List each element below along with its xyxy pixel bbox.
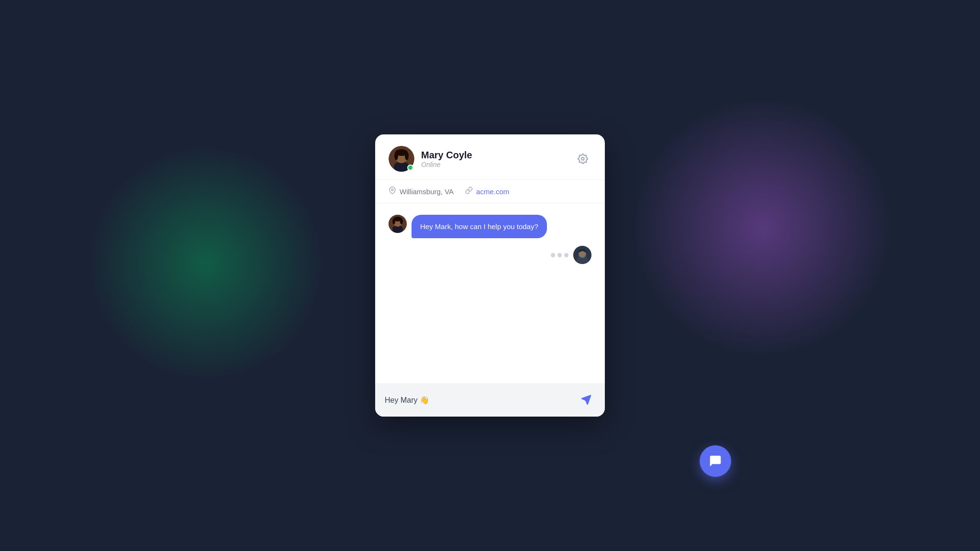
typing-dot-1	[551, 253, 555, 257]
message-bubble: Hey Mark, how can I help you today?	[412, 215, 547, 238]
chat-icon	[708, 454, 723, 468]
typing-dot-3	[564, 253, 568, 257]
header-left: Mary Coyle Online	[389, 146, 472, 172]
online-indicator	[407, 165, 413, 171]
typing-indicator-row	[389, 246, 591, 264]
svg-point-4	[394, 152, 398, 160]
send-icon	[581, 395, 591, 405]
input-area	[375, 383, 605, 417]
typing-dot-2	[557, 253, 562, 257]
typing-dots	[551, 253, 568, 257]
sender-avatar-mark	[573, 246, 591, 264]
link-icon	[465, 187, 473, 196]
svg-point-13	[400, 219, 403, 224]
chat-header: Mary Coyle Online	[375, 134, 605, 180]
website-link[interactable]: acme.com	[476, 187, 509, 196]
settings-button[interactable]	[574, 150, 591, 167]
user-name: Mary Coyle	[421, 150, 472, 161]
meta-row: Williamsburg, VA acme.com	[375, 180, 605, 203]
svg-point-6	[581, 157, 584, 160]
website-item: acme.com	[465, 187, 509, 196]
svg-point-12	[392, 219, 395, 224]
svg-point-17	[579, 251, 585, 257]
background-glow-green	[86, 143, 325, 383]
gear-icon	[578, 154, 588, 164]
location-text: Williamsburg, VA	[400, 187, 454, 196]
floating-chat-button[interactable]	[700, 445, 731, 477]
location-icon	[389, 187, 396, 196]
send-button[interactable]	[577, 391, 595, 409]
message-row: Hey Mark, how can I help you today?	[389, 215, 591, 238]
location-item: Williamsburg, VA	[389, 187, 454, 196]
avatar-container	[389, 146, 414, 172]
user-status: Online	[421, 161, 472, 168]
chat-card: Mary Coyle Online Williamsburg, VA	[375, 134, 605, 417]
header-info: Mary Coyle Online	[421, 150, 472, 168]
sender-avatar-mary	[389, 215, 407, 233]
messages-area: Hey Mark, how can I help you today?	[375, 203, 605, 383]
svg-point-5	[405, 152, 409, 160]
background-glow-purple	[631, 96, 894, 359]
svg-point-7	[391, 189, 393, 191]
message-input[interactable]	[385, 396, 572, 404]
